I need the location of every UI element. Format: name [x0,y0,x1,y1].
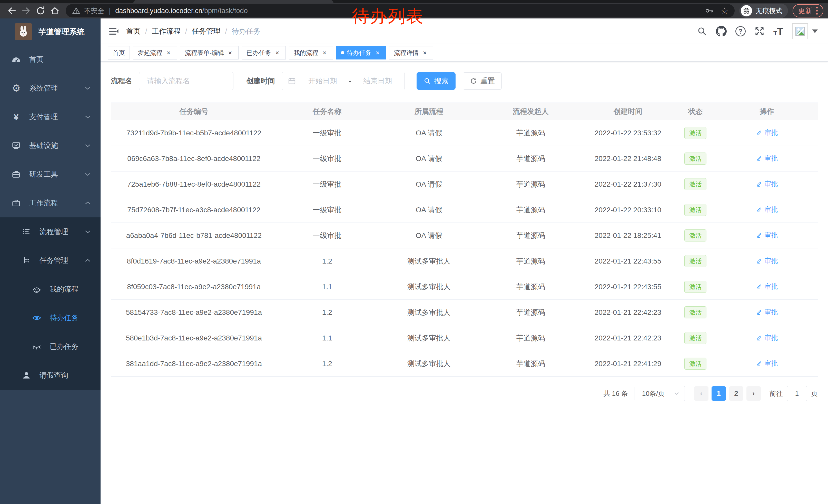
cell-starter: 芋道源码 [481,120,581,146]
close-icon[interactable]: × [321,49,328,56]
help-icon[interactable]: ? [735,26,746,36]
github-icon[interactable] [716,26,727,37]
sidebar-item-devtools[interactable]: 研发工具 [0,160,100,189]
sidebar-item-workflow[interactable]: 工作流程 [0,189,100,217]
font-size-icon[interactable]: TT [773,26,783,36]
sidebar-item-todo-tasks[interactable]: 待办任务 [0,304,100,332]
approve-link-label: 审批 [764,359,778,368]
page-button-2[interactable]: 2 [729,386,743,401]
goto-unit: 页 [811,389,818,398]
cell-task-id: 8f0d1619-7ac8-11ec-a9e2-a2380e71991a [111,248,277,274]
close-icon[interactable]: × [274,49,281,56]
toolbox-icon [10,170,22,179]
forward-button[interactable] [19,4,33,18]
start-date-placeholder[interactable]: 开始日期 [301,76,344,86]
next-page-button[interactable]: › [746,386,761,401]
status-badge: 激活 [685,204,706,216]
sidebar-item-leave-query[interactable]: 请假查询 [0,361,100,390]
reset-button-label: 重置 [481,76,495,86]
column-header-status: 状态 [675,103,716,120]
approve-link-label: 审批 [764,128,778,137]
browser-active-tab[interactable] [133,0,333,3]
back-button[interactable] [5,4,19,18]
sidebar-item-done-tasks[interactable]: 已办任务 [0,332,100,361]
search-icon[interactable] [697,26,707,36]
sidebar-item-my-process[interactable]: 我的流程 [0,275,100,304]
date-range-picker[interactable]: 开始日期 - 结束日期 [282,72,405,90]
tab-process-detail[interactable]: 流程详情× [389,46,433,59]
cell-created: 2022-01-22 21:37:30 [581,172,675,197]
not-secure-warning-icon [72,6,81,15]
close-icon[interactable]: × [226,49,234,56]
cell-task-name: 1.1 [277,325,377,351]
goto-page-input[interactable] [787,386,807,401]
tags-view-bar: 首页 发起流程× 流程表单-编辑× 已办任务× 我的流程× 待办任务× 流程详情… [100,44,828,61]
approve-link[interactable]: 审批 [756,128,778,137]
tab-start-process[interactable]: 发起流程× [133,46,177,59]
sidebar-item-label: 研发工具 [29,170,58,179]
tab-label: 待办任务 [347,49,371,57]
sidebar-item-infrastructure[interactable]: 基础设施 [0,131,100,160]
process-name-input[interactable] [139,72,234,90]
reset-button[interactable]: 重置 [463,72,502,90]
sidebar-item-process-management[interactable]: 流程管理 [0,217,100,246]
cell-process: OA 请假 [377,146,481,172]
table-row: 73211d9d-7b9b-11ec-b5b7-acde48001122 一级审… [111,120,818,146]
sidebar-item-label: 基础设施 [29,141,58,150]
sidebar-item-payment[interactable]: ¥ 支付管理 [0,102,100,131]
search-button[interactable]: 搜索 [417,72,456,90]
sidebar-item-task-management[interactable]: 任务管理 [0,246,100,275]
approve-link[interactable]: 审批 [756,333,778,342]
close-icon[interactable]: × [374,49,381,56]
cell-starter: 芋道源码 [481,274,581,300]
tab-todo-tasks[interactable]: 待办任务× [336,46,386,59]
sidebar-item-system[interactable]: ⚙ 系统管理 [0,74,100,102]
breadcrumb-separator: / [185,27,187,35]
cell-starter: 芋道源码 [481,197,581,223]
home-button[interactable] [48,4,62,18]
prev-page-button[interactable]: ‹ [694,386,708,401]
status-badge: 激活 [685,255,706,267]
browser-menu-icon[interactable] [816,7,818,15]
browser-update-button[interactable]: 更新 [793,4,823,17]
status-badge: 激活 [685,127,706,139]
cell-task-id: 73211d9d-7b9b-11ec-b5b7-acde48001122 [111,120,277,146]
tab-home[interactable]: 首页 [108,46,130,59]
page-size-select[interactable]: 10条/页 [634,386,685,401]
bookmark-star-icon[interactable]: ☆ [721,6,729,15]
avatar[interactable] [792,23,808,39]
end-date-placeholder[interactable]: 结束日期 [357,76,399,86]
password-key-icon[interactable] [705,6,714,15]
range-separator: - [349,77,351,85]
tab-done-tasks[interactable]: 已办任务× [242,46,286,59]
approve-link[interactable]: 审批 [756,359,778,368]
list-tree-icon [20,227,32,236]
close-icon[interactable]: × [421,49,428,56]
tab-my-process[interactable]: 我的流程× [289,46,333,59]
app-logo[interactable]: 芋道管理系统 [0,18,100,45]
fullscreen-icon[interactable] [754,26,764,36]
tab-form-edit[interactable]: 流程表单-编辑× [180,46,239,59]
close-icon[interactable]: × [165,49,172,56]
reload-button[interactable] [33,4,48,18]
approve-link[interactable]: 审批 [756,256,778,265]
pagination-total: 共 16 条 [604,389,628,398]
approve-link[interactable]: 审批 [756,308,778,317]
breadcrumb: 首页 / 工作流程 / 任务管理 / 待办任务 [126,27,260,36]
cell-created: 2022-01-22 21:48:48 [581,146,675,172]
cell-task-id: 75d72608-7b7f-11ec-a3c8-acde48001122 [111,197,277,223]
approve-link[interactable]: 审批 [756,154,778,163]
page-button-1[interactable]: 1 [711,386,726,401]
sidebar-item-label: 系统管理 [29,83,58,93]
breadcrumb-item[interactable]: 首页 [126,27,140,36]
sidebar-toggle-button[interactable] [108,25,120,37]
breadcrumb-item[interactable]: 任务管理 [192,27,220,36]
approve-link[interactable]: 审批 [756,179,778,188]
approve-link[interactable]: 审批 [756,231,778,240]
incognito-badge: 无痕模式 [739,4,788,18]
approve-link[interactable]: 审批 [756,282,778,291]
breadcrumb-item[interactable]: 工作流程 [152,27,180,36]
sidebar-item-home[interactable]: 首页 [0,45,100,74]
avatar-dropdown-caret[interactable] [812,30,818,33]
approve-link[interactable]: 审批 [756,205,778,214]
